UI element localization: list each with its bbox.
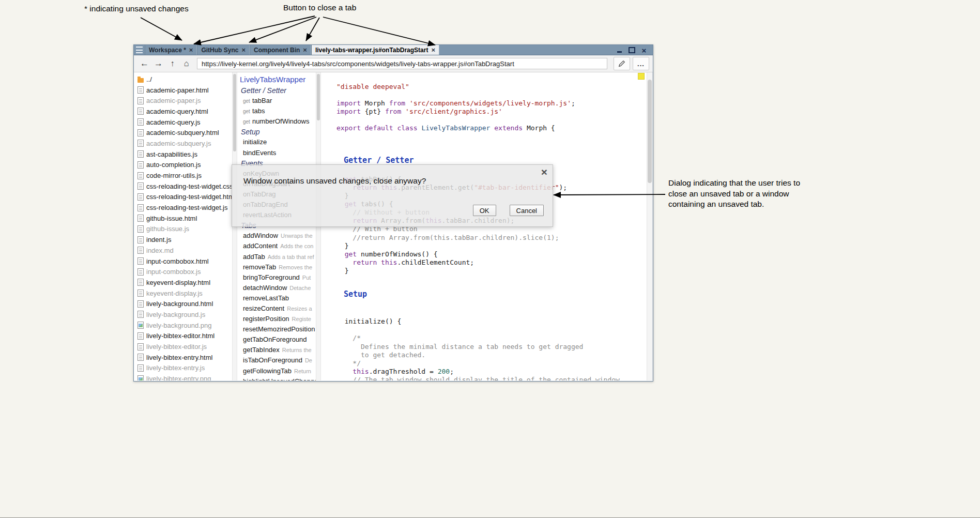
file-item[interactable]: lively-bibtex-editor.html <box>134 331 232 342</box>
file-item[interactable]: code-mirror-utils.js <box>134 170 232 181</box>
code-line: export default class LivelyTabsWrapper e… <box>336 124 647 132</box>
outline-item[interactable]: addWindowUnwraps the <box>237 232 316 242</box>
scrollbar-thumb[interactable] <box>317 74 320 120</box>
home-icon[interactable]: ⌂ <box>179 57 193 70</box>
file-item[interactable]: academic-subquery.html <box>134 127 232 138</box>
outline-section[interactable]: Setup <box>237 128 316 138</box>
file-item[interactable]: lively-background.js <box>134 309 232 320</box>
file-item[interactable]: keyevent-display.js <box>134 288 232 299</box>
file-item[interactable]: input-combobox.js <box>134 266 232 277</box>
outline-section[interactable]: Getter / Setter <box>237 86 316 97</box>
minimize-icon[interactable] <box>616 47 623 54</box>
file-item[interactable]: ast-capabilities.js <box>134 149 232 160</box>
html-file-icon <box>137 354 144 361</box>
menu-icon[interactable] <box>134 45 145 55</box>
ok-button[interactable]: OK <box>473 205 496 216</box>
code-line: return this.childElementCount; <box>336 258 647 267</box>
file-item[interactable]: academic-paper.js <box>134 95 232 106</box>
file-name: css-reloading-test-widget.css <box>146 182 232 190</box>
file-item[interactable]: academic-query.js <box>134 117 232 128</box>
tab[interactable]: lively-tabs-wrapper.js#onTabDragStart× <box>311 45 439 55</box>
scrollbar-thumb[interactable] <box>648 80 652 183</box>
forward-icon[interactable]: → <box>151 57 165 70</box>
file-item[interactable]: academic-paper.html <box>134 85 232 96</box>
file-item[interactable]: auto-completion.js <box>134 160 232 171</box>
file-item[interactable]: lively-bibtex-entry.js <box>134 363 232 374</box>
outline-item[interactable]: addContentAdds the con <box>237 242 316 252</box>
outline-item[interactable]: gettabs <box>237 107 316 117</box>
file-item[interactable]: css-reloading-test-widget.js <box>134 202 232 213</box>
outline-label: bindEvents <box>243 149 276 157</box>
outline-item[interactable]: bringToForegroundPut <box>237 273 316 284</box>
js-file-icon <box>137 225 144 233</box>
tab[interactable]: GitHub Sync× <box>197 45 250 55</box>
file-item[interactable]: lively-background.html <box>134 298 232 309</box>
file-item[interactable]: css-reloading-test-widget.html <box>134 192 232 203</box>
outline-item[interactable]: getTabOnForeground <box>237 336 316 346</box>
outline-item[interactable]: registerPositionRegiste <box>237 315 316 325</box>
js-file-icon <box>137 236 144 243</box>
outline-item[interactable]: detachWindowDetache <box>237 284 316 294</box>
outline-item[interactable]: highlightUnsavedChanges <box>237 377 316 380</box>
js-file-icon <box>137 204 144 211</box>
outline-item[interactable]: initialize <box>237 138 316 148</box>
window-titlebar[interactable]: Workspace *×GitHub Sync×Component Bin×li… <box>134 45 653 55</box>
outline-class-title[interactable]: LivelyTabsWrapper <box>237 75 316 86</box>
edit-button[interactable] <box>614 57 630 70</box>
outline-item[interactable]: isTabOnForegroundDe <box>237 356 316 367</box>
outline-item[interactable]: removeLastTab <box>237 294 316 304</box>
maximize-icon[interactable] <box>628 47 635 54</box>
annotation-flag[interactable] <box>638 73 645 80</box>
back-icon[interactable]: ← <box>137 57 151 70</box>
file-item[interactable]: keyevent-display.html <box>134 277 232 288</box>
file-list[interactable]: ../academic-paper.htmlacademic-paper.jsa… <box>134 72 232 380</box>
file-item[interactable]: lively-bibtex-editor.js <box>134 341 232 352</box>
code-line <box>336 116 647 124</box>
code-line: } <box>336 242 647 250</box>
outline-doc-note: Adds the con <box>280 243 313 249</box>
file-name: ../ <box>146 75 152 83</box>
file-item[interactable]: lively-background.png <box>134 320 232 331</box>
outline-item[interactable]: removeTabRemoves the <box>237 263 316 273</box>
url-input[interactable] <box>197 58 607 69</box>
up-icon[interactable]: ↑ <box>165 57 179 70</box>
tab-strip: Workspace *×GitHub Sync×Component Bin×li… <box>145 45 439 55</box>
outline-item[interactable]: getnumberOfWindows <box>237 117 316 128</box>
outline-item[interactable]: addTabAdds a tab that ref <box>237 253 316 263</box>
file-item[interactable]: lively-bibtex-entry.png <box>134 373 232 380</box>
tab[interactable]: Component Bin× <box>250 45 311 55</box>
outline-item[interactable]: bindEvents <box>237 149 316 159</box>
dialog-message: Window contains unsaved changes, close a… <box>243 176 426 186</box>
outline-item[interactable]: resetMemoziredPosition <box>237 325 316 336</box>
code-scrollbar[interactable] <box>647 72 653 380</box>
file-item[interactable]: github-issue.js <box>134 224 232 235</box>
tab-close-icon[interactable]: × <box>431 47 435 53</box>
file-item[interactable]: input-combobox.html <box>134 256 232 267</box>
window-close-icon[interactable]: × <box>640 47 648 54</box>
file-item[interactable]: lively-bibtex-entry.html <box>134 352 232 363</box>
tab[interactable]: Workspace *× <box>145 45 197 55</box>
file-item[interactable]: academic-subquery.js <box>134 138 232 149</box>
file-item[interactable]: css-reloading-test-widget.css <box>134 181 232 192</box>
outline-label: addContent <box>243 242 278 250</box>
outline-item[interactable]: getFollowingTabReturn <box>237 367 316 377</box>
outline-item[interactable]: gettabBar <box>237 97 316 107</box>
outline-list: Getter / SettergettabBargettabsgetnumber… <box>237 86 316 380</box>
tab-close-icon[interactable]: × <box>189 47 193 53</box>
file-item[interactable]: index.md <box>134 245 232 256</box>
file-name: css-reloading-test-widget.html <box>146 193 232 201</box>
file-item[interactable]: github-issue.html <box>134 213 232 224</box>
tab-close-icon[interactable]: × <box>303 47 307 53</box>
code-content: "disable deepeval" import Morph from 'sr… <box>336 83 647 380</box>
file-item[interactable]: ../ <box>134 74 232 85</box>
file-item[interactable]: indent.js <box>134 234 232 245</box>
dialog-close-icon[interactable]: × <box>541 166 547 177</box>
outline-item[interactable]: resizeContentResizes a <box>237 304 316 315</box>
tab-close-icon[interactable]: × <box>241 47 246 53</box>
file-item[interactable]: academic-query.html <box>134 106 232 117</box>
scrollbar-thumb[interactable] <box>233 74 236 151</box>
cancel-button[interactable]: Cancel <box>510 205 544 216</box>
more-button[interactable]: ... <box>633 57 649 70</box>
outline-item[interactable]: getTabIndexReturns the <box>237 346 316 356</box>
file-name: lively-background.png <box>146 322 211 329</box>
